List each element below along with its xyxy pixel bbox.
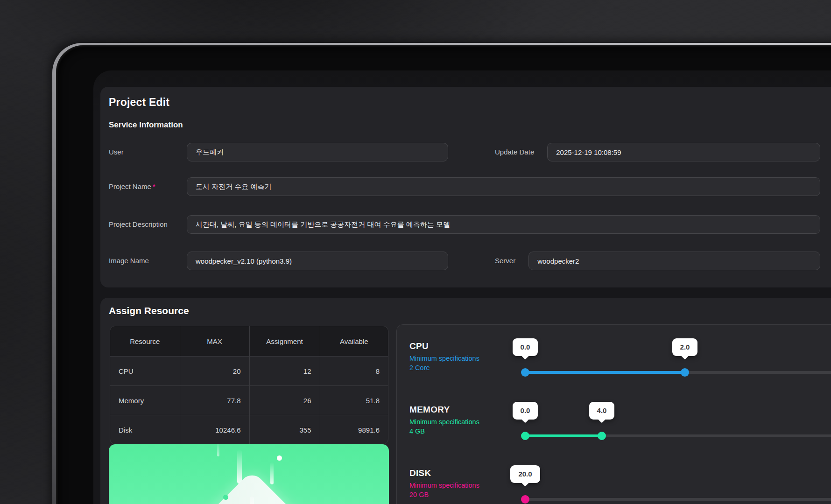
project-description-label: Project Description: [109, 215, 187, 234]
disk-slider: 20.0: [525, 468, 831, 504]
disk-slider-track[interactable]: [525, 498, 831, 501]
cpu-slider-row: CPU Minimum specifications 2 Core 0.0 2.…: [409, 341, 831, 405]
project-name-label-text: Project Name: [109, 182, 151, 190]
resource-table: Resource MAX Assignment Available CPU 20…: [110, 326, 388, 445]
dot-decoration: [277, 455, 282, 461]
memory-min-handle[interactable]: [521, 432, 529, 440]
cpu-max-tooltip: 2.0: [672, 338, 697, 356]
cpu-max-handle[interactable]: [681, 368, 689, 377]
header-assignment: Assignment: [249, 326, 320, 357]
page-title: Project Edit: [109, 96, 169, 109]
cell-max: 10246.6: [180, 415, 249, 445]
memory-min-spec-line2: 4 GB: [409, 427, 479, 436]
streak-decoration: [250, 497, 254, 504]
disk-min-spec: Minimum specifications 20 GB: [409, 481, 479, 499]
update-date-group: Update Date 2025-12-19 10:08:59: [495, 143, 820, 161]
user-row: User 우드페커 Update Date 2025-12-19 10:08:5…: [109, 143, 820, 161]
update-date-value: 2025-12-19 10:08:59: [556, 148, 621, 156]
update-date-input[interactable]: 2025-12-19 10:08:59: [547, 143, 820, 161]
assign-resource-heading: Assign Resource: [109, 305, 189, 316]
update-date-label: Update Date: [495, 143, 534, 161]
memory-slider-row: MEMORY Minimum specifications 4 GB 0.0 4…: [409, 405, 831, 468]
table-header-row: Resource MAX Assignment Available: [110, 326, 388, 357]
disk-handle[interactable]: [521, 495, 529, 504]
cell-resource: Memory: [110, 386, 180, 415]
header-resource: Resource: [110, 326, 180, 357]
project-description-input[interactable]: 시간대, 날씨, 요일 등의 데이터를 기반으로 공공자전거 대여 수요를 예측…: [187, 215, 820, 234]
image-name-input[interactable]: woodpecker_v2.10 (python3.9): [187, 252, 448, 270]
cpu-min-spec-line2: 2 Core: [409, 363, 479, 372]
cpu-min-handle[interactable]: [521, 368, 529, 377]
cell-resource: CPU: [110, 357, 180, 386]
memory-min-spec-line1: Minimum specifications: [409, 417, 479, 427]
service-information-heading: Service Information: [109, 120, 183, 130]
header-available: Available: [320, 326, 388, 357]
user-value: 우드페커: [196, 148, 224, 157]
cpu-slider-label: CPU: [409, 341, 429, 351]
server-input[interactable]: woodpecker2: [528, 252, 820, 270]
header-max: MAX: [180, 326, 249, 357]
memory-slider-label: MEMORY: [409, 405, 450, 415]
cpu-min-spec-line1: Minimum specifications: [409, 354, 479, 363]
cell-assignment: 355: [249, 415, 320, 445]
cell-max: 77.8: [180, 386, 249, 415]
table-row: Memory 77.8 26 51.8: [110, 386, 388, 415]
cell-assignment: 26: [249, 386, 320, 415]
slider-panel: CPU Minimum specifications 2 Core 0.0 2.…: [396, 324, 831, 504]
cpu-min-spec: Minimum specifications 2 Core: [409, 354, 479, 372]
disk-min-spec-line1: Minimum specifications: [409, 481, 479, 490]
memory-min-tooltip: 0.0: [513, 402, 538, 420]
memory-slider: 0.0 4.0: [525, 405, 831, 468]
project-description-row: Project Description 시간대, 날씨, 요일 등의 데이터를 …: [109, 215, 820, 234]
server-value: woodpecker2: [537, 257, 579, 265]
project-name-label: Project Name*: [109, 177, 187, 196]
memory-max-handle[interactable]: [598, 432, 606, 440]
server-label: Server: [495, 252, 515, 270]
cpu-slider: 0.0 2.0: [525, 341, 831, 405]
table-row: CPU 20 12 8: [110, 357, 388, 386]
user-input[interactable]: 우드페커: [187, 143, 448, 161]
cell-resource: Disk: [110, 415, 180, 445]
disk-slider-row: DISK Minimum specifications 20 GB 20.0: [409, 468, 831, 504]
disk-min-spec-line2: 20 GB: [409, 490, 479, 499]
streak-decoration: [270, 462, 274, 484]
assign-resource-card: Assign Resource Resource MAX Assignment …: [100, 298, 831, 504]
streak-decoration: [217, 444, 219, 456]
cpu-min-tooltip: 0.0: [513, 338, 538, 356]
cell-max: 20: [180, 357, 249, 386]
disk-slider-label: DISK: [409, 468, 431, 478]
dot-decoration: [223, 495, 228, 500]
memory-min-spec: Minimum specifications 4 GB: [409, 417, 479, 436]
cell-available: 51.8: [320, 386, 388, 415]
service-information-card: Project Edit Service Information User 우드…: [100, 87, 831, 287]
cell-available: 9891.6: [320, 415, 388, 445]
cell-assignment: 12: [249, 357, 320, 386]
cell-available: 8: [320, 357, 388, 386]
image-name-row: Image Name woodpecker_v2.10 (python3.9) …: [109, 252, 820, 270]
memory-slider-fill: [525, 434, 602, 437]
user-label: User: [109, 143, 187, 161]
disk-tooltip: 20.0: [510, 465, 540, 483]
project-name-row: Project Name* 도시 자전거 수요 예측기: [109, 177, 820, 196]
resource-illustration: [109, 444, 389, 504]
project-description-value: 시간대, 날씨, 요일 등의 데이터를 기반으로 공공자전거 대여 수요를 예측…: [196, 220, 450, 229]
project-name-value: 도시 자전거 수요 예측기: [196, 182, 272, 191]
project-name-input[interactable]: 도시 자전거 수요 예측기: [187, 177, 820, 196]
cpu-slider-fill: [525, 371, 685, 374]
required-asterisk: *: [153, 182, 155, 190]
streak-decoration: [237, 449, 242, 484]
memory-max-tooltip: 4.0: [589, 402, 614, 420]
image-name-label: Image Name: [109, 252, 187, 270]
table-row: Disk 10246.6 355 9891.6: [110, 415, 388, 445]
server-group: Server woodpecker2: [495, 252, 820, 270]
image-name-value: woodpecker_v2.10 (python3.9): [196, 257, 292, 265]
